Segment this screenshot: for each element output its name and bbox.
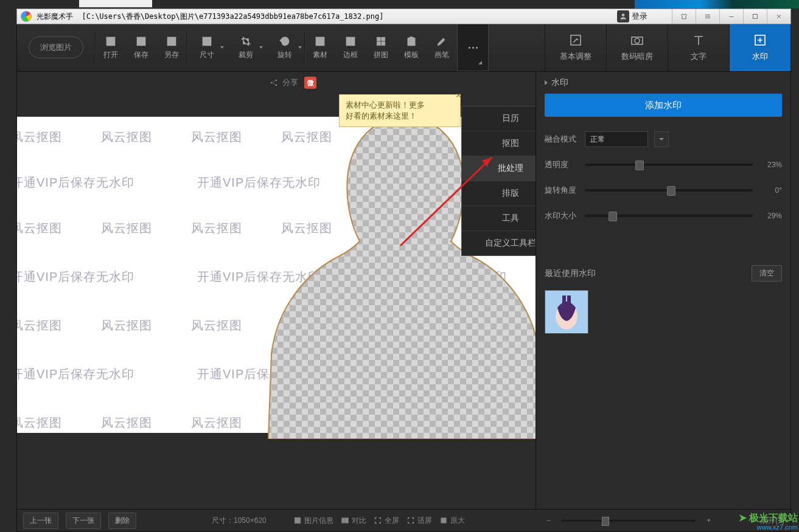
svg-rect-15	[408, 38, 415, 46]
tab-watermark[interactable]: 水印	[729, 24, 790, 71]
svg-rect-35	[345, 518, 348, 523]
svg-rect-10	[348, 38, 353, 43]
size-label: 水印大小	[545, 210, 579, 221]
right-tabs: 基本调整 数码暗房 文字 水印	[545, 24, 790, 71]
size-slider[interactable]	[585, 215, 753, 217]
svg-point-22	[276, 85, 277, 86]
svg-point-18	[635, 38, 640, 43]
prev-button[interactable]: 上一张	[23, 513, 58, 529]
blend-label: 融合模式	[545, 134, 579, 145]
watermark-corner: ➤ 极光下载站 www.xz7.com	[739, 513, 798, 531]
skin-button[interactable]	[672, 9, 696, 24]
share-button[interactable]: 分享	[269, 77, 298, 88]
titlebar: 光影魔术手 [C:\Users\香香\Desktop\图片\e771393a22…	[16, 9, 791, 24]
template-button[interactable]: 模板	[396, 24, 427, 71]
dropdown-batch[interactable]: 批处理	[462, 156, 536, 181]
fit-button[interactable]: 适屏	[406, 516, 432, 526]
svg-point-21	[276, 80, 277, 81]
svg-rect-12	[382, 37, 385, 41]
svg-rect-11	[377, 37, 380, 41]
minimize-button[interactable]	[719, 9, 743, 24]
image-canvas[interactable]: 风云抠图 风云抠图 风云抠图 风云抠图 风云抠图 风云抠图 开通VIP后保存无水…	[17, 94, 536, 509]
brush-button[interactable]: 画笔	[427, 24, 457, 71]
zoom-slider[interactable]	[562, 520, 696, 522]
delete-button[interactable]: 删除	[108, 513, 136, 529]
main-toolbar: 浏览图片 打开 保存 另存 尺寸 裁剪 旋转 素材 边框 拼图 模板 画笔 基本…	[17, 24, 790, 72]
browse-button[interactable]: 浏览图片	[29, 36, 83, 58]
material-button[interactable]: 素材	[305, 24, 335, 71]
background-fragment	[79, 0, 152, 7]
edited-image: 风云抠图 风云抠图 风云抠图 风云抠图 风云抠图 风云抠图 开通VIP后保存无水…	[17, 117, 536, 433]
user-icon	[617, 10, 629, 22]
next-button[interactable]: 下一张	[66, 513, 101, 529]
side-panel: 水印 添加水印 融合模式 正常 透明度 23% 旋转角度 0° 水印大小 29%	[536, 72, 790, 509]
svg-rect-34	[341, 518, 344, 523]
svg-point-20	[271, 82, 273, 84]
menu-button[interactable]	[696, 9, 719, 24]
svg-rect-31	[567, 295, 571, 303]
opacity-slider[interactable]	[585, 164, 753, 166]
dropdown-customize[interactable]: 自定义工具栏	[462, 231, 536, 255]
svg-rect-36	[441, 518, 446, 523]
clear-button[interactable]: 清空	[752, 265, 782, 282]
rotation-slider[interactable]	[585, 189, 753, 192]
fullscreen-button[interactable]: 全屏	[374, 516, 399, 526]
svg-rect-13	[377, 41, 380, 45]
dimensions: 尺寸：1050×620	[212, 516, 267, 526]
app-window: 浏览图片 打开 保存 另存 尺寸 裁剪 旋转 素材 边框 拼图 模板 画笔 基本…	[16, 23, 791, 532]
tab-darkroom[interactable]: 数码暗房	[606, 24, 668, 71]
tab-basic[interactable]: 基本调整	[545, 24, 606, 71]
panel-title: 水印	[545, 72, 782, 94]
top-blue-strip	[635, 0, 799, 9]
svg-point-0	[622, 13, 625, 16]
compare-button[interactable]: 对比	[341, 516, 366, 526]
size-button[interactable]: 尺寸	[187, 24, 226, 71]
tab-text[interactable]: 文字	[668, 24, 729, 71]
tooltip-close[interactable]: ×	[456, 94, 461, 102]
collage-button[interactable]: 拼图	[366, 24, 396, 71]
svg-rect-4	[139, 38, 144, 40]
zoom-in[interactable]: +	[707, 516, 711, 525]
saveas-button[interactable]: 另存	[156, 24, 187, 71]
maximize-button[interactable]	[743, 9, 767, 24]
more-button[interactable]	[457, 24, 489, 71]
login-button[interactable]: 登录	[617, 10, 647, 22]
border-button[interactable]: 边框	[335, 24, 366, 71]
login-label: 登录	[632, 11, 647, 22]
dropdown-layout[interactable]: 排版	[462, 181, 536, 206]
dropdown-tools[interactable]: 工具	[462, 206, 536, 231]
svg-rect-7	[204, 38, 209, 43]
app-icon	[21, 11, 32, 22]
svg-text:i: i	[297, 519, 298, 522]
save-button[interactable]: 保存	[126, 24, 156, 71]
zoom-out[interactable]: −	[546, 516, 551, 525]
weibo-icon[interactable]: 微	[304, 77, 316, 89]
svg-rect-1	[753, 15, 758, 19]
dropdown-calendar[interactable]: 日历	[462, 106, 536, 131]
dropdown-cutout[interactable]: 抠图	[462, 131, 536, 156]
opacity-label: 透明度	[545, 159, 579, 170]
status-bar: 上一张 下一张 删除 尺寸：1050×620 i图片信息 对比 全屏 适屏 原大…	[17, 509, 790, 531]
add-watermark-button[interactable]: 添加水印	[545, 94, 782, 117]
recent-label: 最近使用水印	[545, 268, 596, 279]
svg-rect-5	[167, 37, 175, 45]
rotation-label: 旋转角度	[545, 185, 579, 196]
info-button[interactable]: i图片信息	[293, 516, 333, 526]
blend-select-arrow[interactable]	[654, 131, 669, 147]
rotation-value: 0°	[759, 186, 782, 195]
size-value: 29%	[759, 212, 782, 220]
crop-button[interactable]: 裁剪	[226, 24, 265, 71]
svg-rect-14	[382, 41, 385, 45]
material-tooltip: × 素材中心更新啦！更多好看的素材来这里！	[339, 94, 461, 127]
original-button[interactable]: 原大	[439, 516, 465, 526]
close-button[interactable]	[767, 9, 790, 24]
open-button[interactable]: 打开	[96, 24, 126, 71]
svg-rect-30	[562, 295, 566, 303]
app-title: 光影魔术手 [C:\Users\香香\Desktop\图片\e771393a22…	[37, 12, 383, 22]
opacity-value: 23%	[759, 161, 782, 169]
blend-select[interactable]: 正常	[585, 131, 648, 147]
more-dropdown: 日历 抠图 批处理 排版 工具 自定义工具栏	[461, 106, 536, 256]
canvas-area: 分享 微 风云抠图 风云抠图 风云抠图 风云抠图 风云抠图 风云抠图 开通VIP…	[17, 72, 536, 509]
rotate-button[interactable]: 旋转	[265, 24, 304, 71]
recent-thumbnail[interactable]	[545, 290, 588, 334]
